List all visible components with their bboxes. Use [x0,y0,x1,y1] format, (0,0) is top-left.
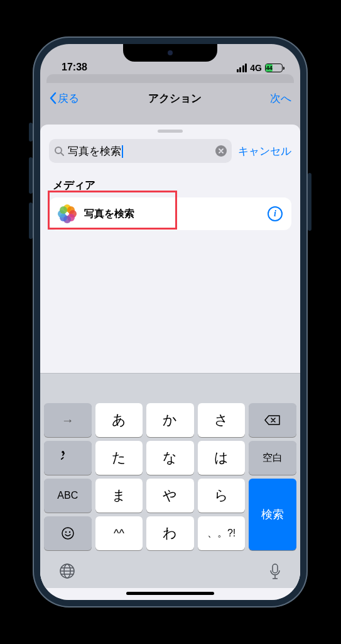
svg-line-1 [61,153,63,155]
notch [123,44,217,62]
photos-app-icon [58,204,77,223]
key-next-candidate[interactable]: → [44,403,92,437]
network-label: 4G [250,63,262,73]
search-icon [54,146,64,156]
dictation-button[interactable] [269,563,281,583]
key-ha[interactable]: は [198,441,246,475]
key-abc[interactable]: ABC [44,479,92,513]
x-icon [219,148,224,153]
key-emoji[interactable] [44,516,92,550]
action-sheet: 写真を検索 キャンセル メディア [40,125,300,600]
signal-icon [237,64,247,72]
key-sa[interactable]: さ [198,403,246,437]
info-button[interactable]: i [268,206,283,221]
action-find-photos[interactable]: 写真を検索 i [49,197,291,230]
key-punct[interactable]: 、。?! [198,516,246,550]
key-ra[interactable]: ら [198,479,246,513]
cancel-button[interactable]: キャンセル [238,144,291,158]
key-delete[interactable] [249,403,296,437]
chevron-left-icon [49,92,57,104]
nav-bar: 戻る アクション 次へ [40,83,300,113]
key-search[interactable]: 検索 [249,479,296,550]
key-na[interactable]: な [146,441,194,475]
next-button[interactable]: 次へ [270,91,291,106]
svg-point-3 [65,531,67,533]
status-time: 17:38 [62,62,87,73]
keyboard-suggestion-bar[interactable] [40,373,300,399]
search-input[interactable]: 写真を検索 [49,139,232,163]
svg-rect-10 [273,564,278,573]
stacked-card-indicator [46,74,294,83]
key-a[interactable]: あ [95,403,143,437]
sheet-grabber[interactable] [158,130,183,133]
nav-title: アクション [148,91,202,106]
svg-point-2 [62,528,73,539]
keyboard-bottom-bar [40,554,300,588]
home-indicator[interactable] [126,592,214,595]
screen: 17:38 4G 44 戻る アクション 次へ 写 [40,44,300,600]
undo-icon [61,451,75,465]
back-label: 戻る [58,91,79,106]
key-wa[interactable]: わ [146,516,194,550]
key-ta[interactable]: た [95,441,143,475]
mic-icon [269,563,281,580]
svg-point-4 [69,531,70,533]
battery-icon: 44 [265,64,283,72]
key-ya[interactable]: や [146,479,194,513]
battery-level: 44 [266,64,273,72]
action-label: 写真を検索 [84,208,260,221]
keyboard: → あ か さ た な は 空白 ABC ま や [40,399,300,554]
text-caret [122,145,123,158]
phone-frame: 17:38 4G 44 戻る アクション 次へ 写 [33,36,308,608]
globe-button[interactable] [59,563,75,583]
section-header-media: メディア [40,163,300,197]
search-value: 写真を検索 [68,144,212,158]
power-button [308,173,311,231]
key-ka[interactable]: か [146,403,194,437]
delete-icon [264,414,281,426]
key-space[interactable]: 空白 [249,441,296,475]
clear-button[interactable] [215,145,227,157]
emoji-icon [61,526,75,540]
globe-icon [59,563,75,579]
key-undo[interactable] [44,441,92,475]
back-button[interactable]: 戻る [49,91,79,106]
key-kaomoji[interactable]: ^^ [95,516,143,550]
key-ma[interactable]: ま [95,479,143,513]
